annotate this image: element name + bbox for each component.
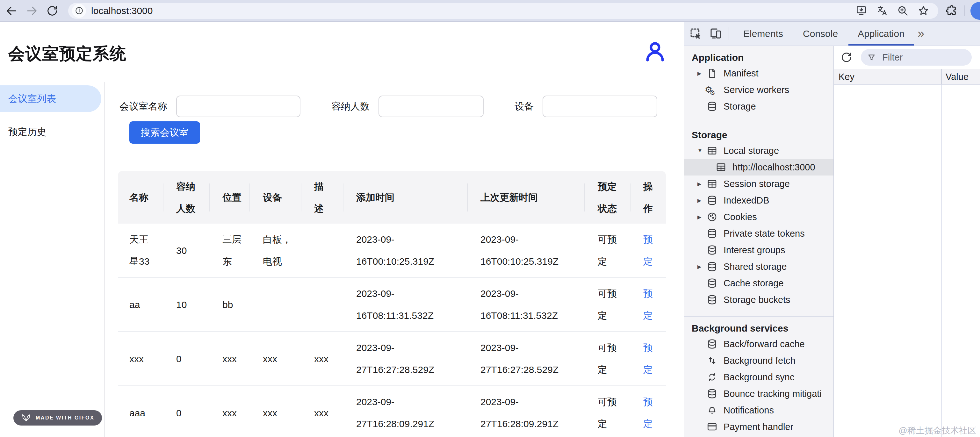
form-field-capacity: 容纳人数	[330, 95, 484, 117]
cell-name: xxx	[118, 348, 176, 370]
funnel-icon	[867, 53, 876, 62]
room-name-input[interactable]	[176, 95, 301, 117]
database-icon	[706, 228, 718, 239]
database-icon	[706, 294, 718, 305]
fetch-icon	[706, 355, 718, 366]
tree-item[interactable]: ▼Local storage	[684, 142, 834, 159]
extensions-icon[interactable]	[945, 5, 958, 17]
inspect-icon[interactable]	[689, 27, 703, 40]
column-header: 预定状态	[598, 175, 643, 219]
chevron-right-icon[interactable]: ▶	[697, 197, 706, 203]
filter-input[interactable]: Filter	[861, 49, 972, 66]
url-bar[interactable]: localhost:3000	[68, 3, 938, 19]
tree-item[interactable]: Private state tokens	[684, 225, 834, 242]
sidebar-item-room-list[interactable]: 会议室列表	[0, 85, 101, 112]
reload-icon[interactable]	[46, 5, 59, 17]
capacity-input[interactable]	[379, 95, 484, 117]
field-label: 设备	[514, 100, 534, 113]
person-icon[interactable]	[643, 40, 667, 64]
cell-equipment: xxx	[263, 402, 314, 424]
tree-item[interactable]: Storage	[684, 98, 834, 114]
toolbar-separator	[964, 5, 965, 16]
cell-added: 2023-09-16T00:10:25.319Z	[356, 228, 480, 272]
chevron-down-icon[interactable]: ▼	[697, 148, 706, 154]
chevron-right-icon[interactable]: ▶	[697, 181, 706, 187]
chevron-double-right-icon[interactable]: »	[918, 27, 924, 40]
refresh-icon[interactable]	[840, 51, 853, 64]
profile-avatar[interactable]	[970, 2, 980, 20]
tree-section: Application▶Manifest⚙⚙Service workersSto…	[684, 46, 834, 123]
column-header: 名称	[118, 186, 176, 208]
tree-item-label: IndexedDB	[724, 195, 769, 206]
cell-location: xxx	[223, 402, 263, 424]
gifox-badge[interactable]: MADE WITH GIFOX	[13, 410, 102, 426]
star-icon[interactable]	[918, 5, 929, 17]
tree-item[interactable]: Storage buckets	[684, 291, 834, 308]
table-row: aa10bb2023-09-16T08:11:31.532Z2023-09-16…	[118, 278, 666, 332]
tree-item-label: Background sync	[724, 372, 794, 383]
book-room-link[interactable]: 预定	[643, 234, 653, 267]
chevron-right-icon[interactable]: ▶	[697, 264, 706, 270]
cell-name: aaa	[118, 402, 176, 424]
tree-item[interactable]: Bounce tracking mitigati	[684, 385, 834, 402]
info-icon[interactable]	[72, 4, 86, 18]
tree-item[interactable]: ▶Shared storage	[684, 258, 834, 275]
cell-location: bb	[223, 294, 263, 316]
table-icon	[706, 145, 718, 156]
tree-item[interactable]: ▶Cookies	[684, 209, 834, 225]
tree-item[interactable]: ▶IndexedDB	[684, 192, 834, 209]
tree-section-title: Storage	[684, 128, 834, 142]
tree-item-label: Shared storage	[724, 262, 787, 272]
tree-section-title: Background services	[684, 321, 834, 336]
rooms-table: 名称容纳人数位置设备描述添加时间上次更新时间预定状态操作天王星3330三层东白板…	[118, 171, 666, 437]
tree-item[interactable]: Background sync	[684, 369, 834, 385]
zoom-in-icon[interactable]	[897, 5, 908, 17]
cell-action: 预定	[643, 283, 666, 326]
watermark: @稀土掘金技术社区	[899, 425, 976, 436]
cell-added: 2023-09-16T08:11:31.532Z	[356, 283, 480, 326]
table-icon	[716, 162, 726, 173]
back-icon[interactable]	[5, 5, 18, 17]
tree-item[interactable]: Cache storage	[684, 275, 834, 291]
translate-icon[interactable]	[876, 5, 888, 17]
cell-action: 预定	[643, 391, 666, 435]
tree-item-label: Interest groups	[724, 245, 785, 256]
tree-item[interactable]: Payment handler	[684, 418, 834, 435]
cell-capacity: 10	[176, 294, 223, 316]
tree-item[interactable]: ▶Session storage	[684, 175, 834, 192]
install-icon[interactable]	[856, 5, 867, 17]
chevron-right-icon[interactable]: ▶	[697, 70, 706, 76]
tree-item-label: Storage	[724, 101, 756, 112]
card-icon	[706, 421, 718, 432]
database-icon	[706, 245, 718, 256]
column-header: 添加时间	[356, 186, 480, 208]
devtools-tabs: ElementsConsoleApplication	[733, 22, 914, 46]
tree-item[interactable]: ▶Manifest	[684, 65, 834, 81]
tree-item[interactable]: Notifications	[684, 402, 834, 418]
tree-item[interactable]: ⚙⚙Service workers	[684, 81, 834, 98]
sidebar-item-booking-history[interactable]: 预定历史	[0, 119, 104, 145]
tree-item[interactable]: Background fetch	[684, 352, 834, 369]
search-rooms-button[interactable]: 搜索会议室	[129, 121, 200, 144]
tree-item[interactable]: http://localhost:3000	[684, 159, 834, 175]
tree-item[interactable]: Back/forward cache	[684, 336, 834, 352]
chevron-right-icon[interactable]: ▶	[697, 214, 706, 220]
tab-application[interactable]: Application	[848, 22, 914, 46]
forward-icon[interactable]	[25, 5, 38, 17]
equipment-input[interactable]	[542, 95, 657, 117]
book-room-link[interactable]: 预定	[643, 342, 653, 375]
sidebar-item-label: 预定历史	[8, 126, 46, 138]
tree-item-label: Local storage	[724, 146, 779, 156]
tab-console[interactable]: Console	[793, 22, 848, 46]
tabbar-separator	[729, 27, 729, 40]
book-room-link[interactable]: 预定	[643, 397, 653, 429]
tab-elements[interactable]: Elements	[733, 22, 793, 46]
book-room-link[interactable]: 预定	[643, 288, 653, 321]
tree-item[interactable]: Interest groups	[684, 242, 834, 258]
kv-table-body	[834, 85, 980, 437]
cell-status: 可预定	[598, 391, 643, 435]
database-icon	[706, 278, 718, 289]
device-toolbar-icon[interactable]	[709, 27, 722, 40]
main-content: 会议室名称容纳人数设备 搜索会议室 名称容纳人数位置设备描述添加时间上次更新时间…	[105, 82, 684, 437]
cell-status: 可预定	[598, 337, 643, 381]
